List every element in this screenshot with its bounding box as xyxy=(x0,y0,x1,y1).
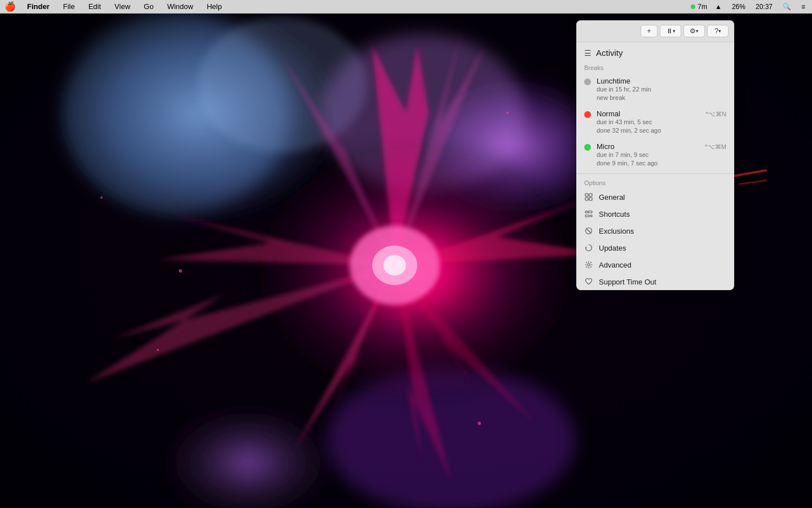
menubar: 🍎 Finder File Edit View Go Window Help 7… xyxy=(0,0,812,14)
menubar-window[interactable]: Window xyxy=(165,2,195,11)
activity-icon: ☰ xyxy=(584,49,592,58)
options-section-label: Options xyxy=(576,176,734,189)
svg-point-23 xyxy=(179,269,182,273)
svg-point-28 xyxy=(478,422,481,425)
normal-sub2: done 32 min, 2 sec ago xyxy=(597,126,701,135)
general-label: General xyxy=(599,193,625,202)
search-icon[interactable]: 🔍 xyxy=(780,3,793,11)
svg-rect-32 xyxy=(589,198,592,200)
svg-rect-29 xyxy=(585,194,588,196)
question-icon: ? xyxy=(714,27,718,35)
green-status-dot xyxy=(691,5,695,9)
break-item-micro[interactable]: Micro due in 7 min, 9 sec done 9 min, 7 … xyxy=(576,139,734,172)
lunchtime-sub2: new break xyxy=(597,94,726,102)
shortcuts-label: Shortcuts xyxy=(599,210,630,218)
menubar-finder[interactable]: Finder xyxy=(25,2,52,11)
svg-rect-36 xyxy=(590,215,592,217)
pause-button[interactable]: ⏸ ▾ xyxy=(660,25,681,37)
panel-title: Activity xyxy=(596,48,623,58)
svg-point-24 xyxy=(157,349,159,351)
heart-icon xyxy=(584,277,593,286)
apple-menu[interactable]: 🍎 xyxy=(5,1,16,12)
panel-divider xyxy=(576,173,734,174)
svg-rect-35 xyxy=(585,215,589,217)
menubar-help[interactable]: Help xyxy=(205,2,224,11)
svg-rect-33 xyxy=(585,211,588,213)
normal-dot xyxy=(584,111,591,118)
general-icon xyxy=(584,192,593,202)
timeout-time-label: 7m xyxy=(698,3,707,11)
lunchtime-dot xyxy=(584,78,591,85)
support-label: Support Time Out xyxy=(599,278,656,286)
svg-rect-31 xyxy=(585,198,588,200)
panel-header: ☰ Activity xyxy=(576,42,734,61)
clock-label: 20:37 xyxy=(753,3,775,11)
pause-icon: ⏸ xyxy=(666,27,673,35)
pause-chevron: ▾ xyxy=(673,28,676,34)
exclusions-label: Exclusions xyxy=(599,227,634,235)
option-support[interactable]: Support Time Out xyxy=(576,273,734,290)
normal-shortcut: ^⌥⌘N xyxy=(701,111,726,118)
svg-line-38 xyxy=(586,229,591,233)
timeout-indicator[interactable]: 7m xyxy=(691,3,707,11)
option-advanced[interactable]: Advanced xyxy=(576,256,734,273)
option-general[interactable]: General xyxy=(576,189,734,205)
micro-shortcut: ^⌥⌘M xyxy=(700,143,726,151)
breaks-section-label: Breaks xyxy=(576,61,734,73)
settings-button[interactable]: ⚙ ▾ xyxy=(683,25,705,37)
advanced-label: Advanced xyxy=(599,261,632,269)
lunchtime-name: Lunchtime xyxy=(597,77,726,85)
micro-info: Micro due in 7 min, 9 sec done 9 min, 7 … xyxy=(597,142,700,168)
help-button[interactable]: ? ▾ xyxy=(707,25,729,37)
break-item-normal[interactable]: Normal due in 43 min, 5 sec done 32 min,… xyxy=(576,106,734,139)
updates-label: Updates xyxy=(599,244,626,252)
help-chevron: ▾ xyxy=(718,28,721,34)
option-exclusions[interactable]: Exclusions xyxy=(576,222,734,239)
micro-sub2: done 9 min, 7 sec ago xyxy=(597,159,700,168)
lunchtime-sub1: due in 15 hr, 22 min xyxy=(597,85,726,94)
advanced-icon xyxy=(584,260,593,269)
option-shortcuts[interactable]: Shortcuts xyxy=(576,205,734,222)
normal-info: Normal due in 43 min, 5 sec done 32 min,… xyxy=(597,110,701,135)
menu-icon[interactable]: ≡ xyxy=(799,3,807,11)
micro-name: Micro xyxy=(597,142,700,151)
dropbox-icon[interactable]: ▲ xyxy=(713,3,724,11)
svg-point-40 xyxy=(588,264,590,266)
svg-rect-30 xyxy=(589,194,592,196)
break-item-lunchtime[interactable]: Lunchtime due in 15 hr, 22 min new break xyxy=(576,73,734,106)
svg-marker-39 xyxy=(586,247,588,248)
lunchtime-info: Lunchtime due in 15 hr, 22 min new break xyxy=(597,77,726,103)
timeout-panel: + ⏸ ▾ ⚙ ▾ ? ▾ ☰ Activity Breaks Lunchtim… xyxy=(576,20,734,290)
normal-name: Normal xyxy=(597,110,701,118)
micro-sub1: due in 7 min, 9 sec xyxy=(597,151,700,159)
panel-toolbar: + ⏸ ▾ ⚙ ▾ ? ▾ xyxy=(576,20,734,42)
settings-chevron: ▾ xyxy=(696,28,699,34)
menubar-edit[interactable]: Edit xyxy=(86,2,103,11)
exclusions-icon xyxy=(584,226,593,235)
micro-dot xyxy=(584,144,591,151)
menubar-view[interactable]: View xyxy=(112,2,133,11)
normal-sub1: due in 43 min, 5 sec xyxy=(597,118,701,126)
svg-rect-34 xyxy=(588,211,592,213)
gear-icon: ⚙ xyxy=(690,27,696,35)
updates-icon xyxy=(584,243,593,252)
menubar-file[interactable]: File xyxy=(61,2,77,11)
svg-point-25 xyxy=(506,112,509,114)
svg-point-20 xyxy=(383,255,406,275)
battery-label: 26% xyxy=(730,3,748,11)
menubar-go[interactable]: Go xyxy=(142,2,156,11)
svg-point-27 xyxy=(100,196,103,199)
option-updates[interactable]: Updates xyxy=(576,239,734,256)
shortcuts-icon xyxy=(584,209,593,218)
add-break-button[interactable]: + xyxy=(641,25,657,37)
